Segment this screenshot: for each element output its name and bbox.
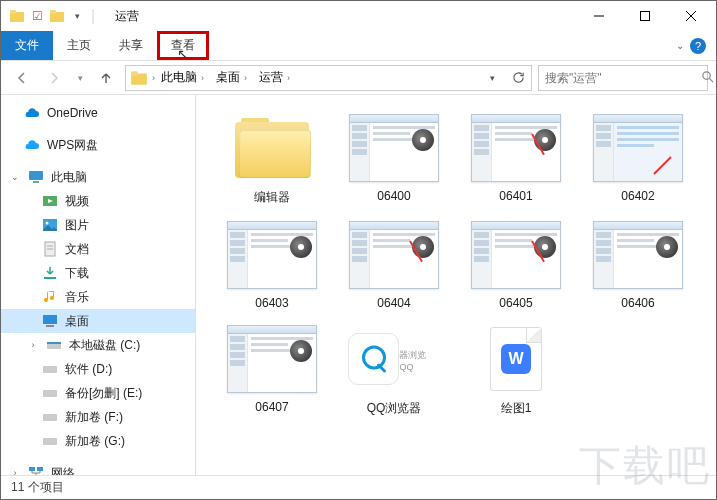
svg-rect-3 [50,10,56,14]
file-item[interactable]: 06407 [224,324,320,417]
sidebar-item-downloads[interactable]: 下载 [1,261,195,285]
computer-icon [27,168,45,186]
breadcrumb[interactable]: 此电脑› [155,66,210,90]
file-thumbnail [226,113,318,183]
sidebar-item-documents[interactable]: 文档 [1,237,195,261]
addr-dropdown-icon[interactable]: ▾ [479,66,505,90]
svg-rect-23 [46,325,54,327]
sidebar-item-edisk[interactable]: 备份[勿删] (E:) [1,381,195,405]
svg-rect-27 [43,390,57,397]
help-icon[interactable]: ? [690,38,706,54]
file-thumbnail: W [470,324,562,394]
collapse-icon[interactable]: ⌄ [9,172,21,182]
properties-icon[interactable]: ☑ [29,8,45,24]
svg-point-33 [363,347,384,368]
breadcrumb[interactable]: 运营› [253,66,296,90]
explorer-window: ☑ ▾ | 运营 文件 主页 共享 查看 ↖ ⌄ ? ▾ [0,0,717,500]
minimize-button[interactable] [576,1,622,31]
file-item[interactable]: 06402 [590,113,686,206]
document-icon [41,240,59,258]
tab-view-label: 查看 [171,37,195,54]
expand-icon[interactable]: › [9,468,21,475]
titlebar: ☑ ▾ | 运营 [1,1,716,31]
close-button[interactable] [668,1,714,31]
address-bar[interactable]: › 此电脑› 桌面› 运营› ▾ [125,65,532,91]
file-thumbnail [470,113,562,183]
svg-rect-29 [43,438,57,445]
sidebar-item-fdisk[interactable]: 新加卷 (F:) [1,405,195,429]
drive-icon [41,360,59,378]
music-icon [41,288,59,306]
file-item[interactable]: 器浏览QQ QQ浏览器 [346,324,442,417]
download-icon [41,264,59,282]
file-thumbnail [226,324,318,394]
search-input[interactable] [545,71,695,85]
svg-rect-31 [37,467,43,471]
refresh-button[interactable] [505,66,531,90]
sidebar-item-thispc[interactable]: ⌄ 此电脑 [1,165,195,189]
sidebar-item-onedrive[interactable]: OneDrive [1,101,195,125]
items-grid: 编辑器 06400 06401 06402 06403 06404 06405 … [224,113,698,417]
drive-icon [41,384,59,402]
ribbon-expand-icon[interactable]: ⌄ [676,40,684,51]
content-area[interactable]: 编辑器 06400 06401 06402 06403 06404 06405 … [196,95,716,475]
file-item[interactable]: 06400 [346,113,442,206]
video-icon [41,192,59,210]
file-label: 06402 [621,189,654,203]
drive-icon [41,432,59,450]
svg-rect-9 [131,71,138,76]
file-thumbnail [592,220,684,290]
status-count: 11 个项目 [11,479,64,496]
file-item[interactable]: W 绘图1 [468,324,564,417]
sidebar-item-videos[interactable]: 视频 [1,189,195,213]
sidebar-item-gdisk[interactable]: 新加卷 (G:) [1,429,195,453]
nav-recent-dropdown[interactable]: ▾ [73,65,87,91]
cloud-icon [23,136,41,154]
file-thumbnail: 器浏览QQ [348,324,440,394]
tab-home[interactable]: 主页 [53,31,105,60]
file-item[interactable]: 06405 [468,220,564,310]
tab-view[interactable]: 查看 ↖ [157,31,209,60]
status-bar: 11 个项目 [1,475,716,499]
sidebar-item-ddisk[interactable]: 软件 (D:) [1,357,195,381]
expand-icon[interactable]: › [27,340,39,350]
file-item[interactable]: 06401 [468,113,564,206]
file-label: QQ浏览器 [367,400,422,417]
breadcrumb[interactable]: 桌面› [210,66,253,90]
svg-rect-5 [641,12,650,21]
sidebar-item-pictures[interactable]: 图片 [1,213,195,237]
svg-rect-13 [33,181,39,183]
qat-dropdown-icon[interactable]: ▾ [69,8,85,24]
svg-rect-28 [43,414,57,421]
svg-rect-21 [44,277,56,279]
tab-file[interactable]: 文件 [1,31,53,60]
file-item[interactable]: 编辑器 [224,113,320,206]
maximize-button[interactable] [622,1,668,31]
sidebar-item-cdisk[interactable]: ›本地磁盘 (C:) [1,333,195,357]
address-row: ▾ › 此电脑› 桌面› 运营› ▾ [1,61,716,95]
folder-small-icon [9,8,25,24]
search-box[interactable] [538,65,708,91]
drive-icon [41,408,59,426]
file-item[interactable]: 06403 [224,220,320,310]
nav-forward-button[interactable] [41,65,67,91]
sidebar-item-network[interactable]: ›网络 [1,461,195,475]
file-thumbnail [592,113,684,183]
file-item[interactable]: 06404 [346,220,442,310]
file-label: 绘图1 [501,400,532,417]
tab-share[interactable]: 共享 [105,31,157,60]
file-thumbnail [348,113,440,183]
file-item[interactable]: 06406 [590,220,686,310]
svg-point-10 [703,71,710,78]
file-label: 06403 [255,296,288,310]
nav-back-button[interactable] [9,65,35,91]
sidebar-item-music[interactable]: 音乐 [1,285,195,309]
sidebar-item-wps[interactable]: WPS网盘 [1,133,195,157]
sidebar-item-desktop[interactable]: 桌面 [1,309,195,333]
picture-icon [41,216,59,234]
quick-access-toolbar: ☑ ▾ | [3,7,103,25]
nav-up-button[interactable] [93,65,119,91]
svg-rect-25 [47,342,61,344]
search-icon[interactable] [701,69,714,87]
folder-small-icon [49,8,65,24]
